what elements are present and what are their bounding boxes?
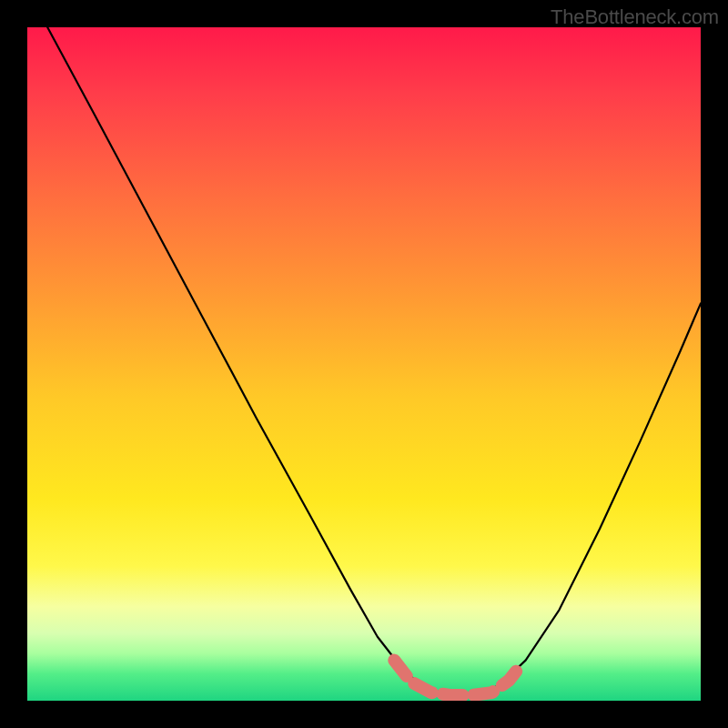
- plot-area: [27, 27, 701, 701]
- chart-background: [27, 27, 701, 701]
- attribution-text: TheBottleneck.com: [551, 5, 719, 29]
- chart-svg: [27, 27, 701, 701]
- chart-frame: TheBottleneck.com: [0, 0, 728, 728]
